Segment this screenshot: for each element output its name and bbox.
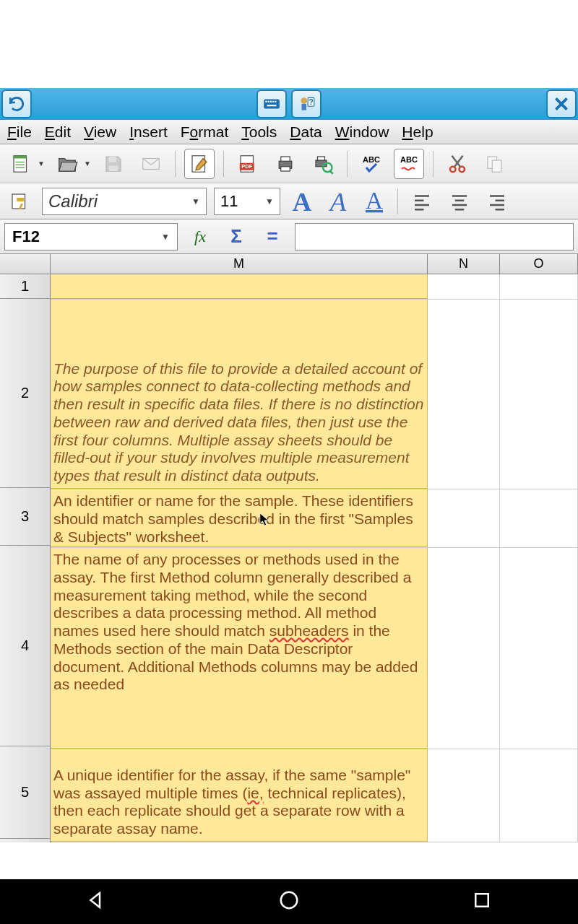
svg-point-7 bbox=[301, 97, 307, 104]
svg-line-29 bbox=[330, 171, 333, 174]
svg-rect-16 bbox=[109, 157, 116, 162]
row-header-4[interactable]: 4 bbox=[0, 546, 50, 746]
svg-rect-8 bbox=[302, 104, 307, 110]
cell-M3[interactable]: An identifier or name for the sample. Th… bbox=[51, 489, 428, 547]
svg-rect-0 bbox=[264, 100, 280, 109]
svg-rect-39 bbox=[17, 198, 24, 201]
menu-file[interactable]: File bbox=[7, 123, 32, 141]
row-header-2[interactable]: 2 bbox=[0, 299, 50, 488]
spreadsheet-grid[interactable]: M N O 1 2 3 4 5 The purpose of this file… bbox=[0, 254, 578, 842]
column-header-M[interactable]: M bbox=[51, 254, 428, 274]
formula-input[interactable] bbox=[295, 223, 574, 250]
svg-rect-25 bbox=[281, 166, 290, 170]
print-preview-button[interactable] bbox=[308, 149, 338, 179]
svg-rect-37 bbox=[492, 160, 501, 172]
menu-window[interactable]: Window bbox=[335, 123, 389, 141]
new-doc-button[interactable]: ▼ bbox=[6, 149, 45, 179]
keyboard-button[interactable] bbox=[256, 90, 287, 118]
copy-button[interactable] bbox=[480, 149, 510, 179]
back-button[interactable] bbox=[85, 889, 107, 914]
font-size-combo[interactable]: 11 ▼ bbox=[214, 188, 280, 215]
menu-help[interactable]: Help bbox=[402, 123, 433, 141]
svg-rect-5 bbox=[275, 101, 276, 103]
spellcheck-button[interactable]: ABC bbox=[356, 149, 387, 179]
menu-insert[interactable]: Insert bbox=[129, 123, 168, 141]
svg-rect-1 bbox=[265, 101, 267, 103]
font-name-combo[interactable]: Calibri ▼ bbox=[42, 188, 207, 215]
italic-button[interactable]: A bbox=[324, 187, 353, 216]
row-header-1[interactable]: 1 bbox=[0, 274, 50, 299]
email-button[interactable] bbox=[136, 149, 166, 179]
menu-tools[interactable]: Tools bbox=[241, 123, 277, 141]
font-name-value: Calibri bbox=[48, 191, 98, 212]
app-window: File Edit View Insert Format Tools Data … bbox=[0, 120, 578, 842]
row-header-3[interactable]: 3 bbox=[0, 488, 50, 546]
align-center-button[interactable] bbox=[444, 186, 475, 217]
font-size-value: 11 bbox=[220, 192, 238, 211]
cut-button[interactable] bbox=[442, 149, 473, 179]
recents-button[interactable] bbox=[471, 889, 493, 914]
cell-N3[interactable] bbox=[428, 489, 500, 547]
align-right-button[interactable] bbox=[482, 186, 512, 217]
svg-rect-4 bbox=[272, 101, 274, 103]
menu-format[interactable]: Format bbox=[181, 123, 229, 141]
svg-rect-3 bbox=[270, 101, 272, 103]
android-navbar bbox=[0, 879, 578, 924]
sum-button[interactable]: Σ bbox=[223, 223, 250, 250]
function-wizard-button[interactable]: fx bbox=[186, 223, 214, 250]
chevron-down-icon: ▼ bbox=[191, 196, 200, 206]
menu-view[interactable]: View bbox=[84, 123, 116, 141]
column-header-N[interactable]: N bbox=[428, 254, 500, 274]
bold-button[interactable]: A bbox=[288, 187, 316, 216]
cell-M2[interactable]: The purpose of this file to provide a de… bbox=[51, 300, 428, 489]
cell-reference-value: F12 bbox=[12, 227, 40, 246]
auto-spellcheck-button[interactable]: ABC bbox=[394, 149, 424, 179]
cell-O3[interactable] bbox=[500, 489, 578, 547]
svg-rect-12 bbox=[14, 155, 27, 158]
svg-text:A: A bbox=[293, 187, 312, 216]
svg-rect-27 bbox=[317, 157, 324, 160]
svg-rect-56 bbox=[475, 894, 488, 907]
row-header-5[interactable]: 5 bbox=[0, 746, 50, 839]
formatting-toolbar: Calibri ▼ 11 ▼ A A A bbox=[0, 183, 578, 219]
svg-text:ABC: ABC bbox=[363, 155, 380, 164]
menu-data[interactable]: Data bbox=[290, 123, 322, 141]
column-header-O[interactable]: O bbox=[500, 254, 578, 274]
cell-M1[interactable] bbox=[51, 274, 428, 299]
select-all-corner[interactable] bbox=[0, 254, 51, 274]
print-button[interactable] bbox=[270, 149, 301, 179]
reload-button[interactable] bbox=[1, 90, 32, 118]
styles-button[interactable] bbox=[4, 186, 35, 217]
save-button[interactable] bbox=[98, 149, 129, 179]
svg-point-33 bbox=[459, 166, 465, 172]
open-button[interactable]: ▼ bbox=[52, 149, 91, 179]
cell-N4[interactable] bbox=[428, 548, 500, 749]
cell-N2[interactable] bbox=[428, 300, 500, 489]
help-button[interactable]: ? bbox=[291, 90, 322, 118]
cell-O4[interactable] bbox=[500, 548, 578, 749]
svg-text:A: A bbox=[366, 187, 383, 214]
cell-M4[interactable]: The name of any processes or methods use… bbox=[51, 548, 428, 749]
pdf-export-button[interactable]: PDF bbox=[233, 149, 263, 179]
function-button[interactable]: = bbox=[259, 223, 286, 250]
cell-N1[interactable] bbox=[428, 274, 500, 299]
chevron-down-icon: ▼ bbox=[265, 196, 274, 206]
svg-rect-6 bbox=[267, 105, 277, 106]
cell-O2[interactable] bbox=[500, 300, 578, 489]
svg-text:?: ? bbox=[309, 97, 314, 106]
align-left-button[interactable] bbox=[407, 186, 437, 217]
close-button[interactable] bbox=[546, 90, 577, 118]
menu-edit[interactable]: Edit bbox=[45, 123, 71, 141]
titlebar: ? bbox=[0, 88, 578, 120]
cell-N5[interactable] bbox=[428, 749, 500, 842]
cell-reference-combo[interactable]: F12 ▼ bbox=[4, 223, 178, 250]
cell-O5[interactable] bbox=[500, 749, 578, 842]
chevron-down-icon: ▼ bbox=[161, 232, 170, 242]
edit-mode-button[interactable] bbox=[184, 149, 215, 179]
menubar: File Edit View Insert Format Tools Data … bbox=[0, 120, 578, 144]
svg-text:ABC: ABC bbox=[400, 155, 418, 164]
cell-M5[interactable]: A unique identifier for the assay, if th… bbox=[51, 749, 428, 842]
underline-button[interactable]: A bbox=[360, 187, 389, 216]
home-button[interactable] bbox=[278, 889, 300, 914]
cell-O1[interactable] bbox=[500, 274, 578, 299]
